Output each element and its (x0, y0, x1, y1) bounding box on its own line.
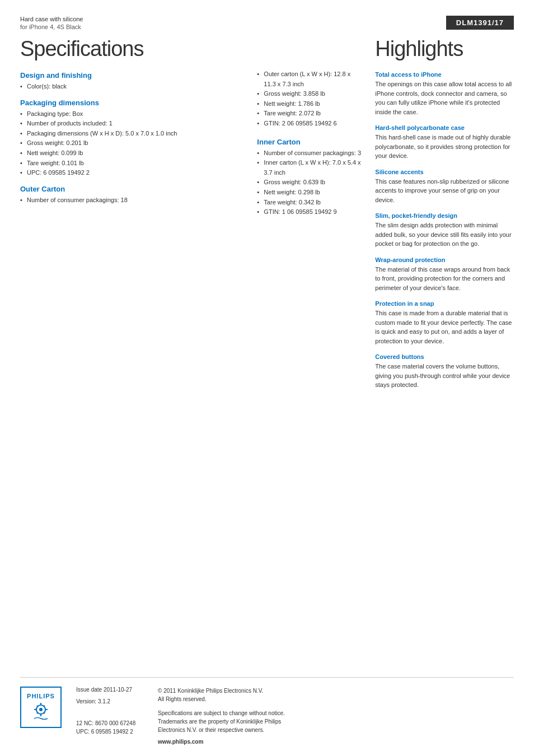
list-item: Tare weight: 0.342 lb (257, 198, 364, 208)
highlights-column: Highlights Total access to iPhone The op… (375, 35, 514, 398)
highlight-title: Covered buttons (375, 353, 514, 360)
inner-carton-heading: Inner Carton (257, 138, 364, 146)
list-item: Number of products included: 1 (20, 119, 243, 129)
packaging-dimensions-heading: Packaging dimensions (20, 99, 243, 107)
list-item: Gross weight: 0.639 lb (257, 178, 364, 188)
svg-point-8 (37, 712, 39, 714)
highlight-title: Slim, pocket-friendly design (375, 212, 514, 219)
design-finishing-heading: Design and finishing (20, 71, 243, 80)
footer-col3: © 2011 Koninklijke Philips Electronics N… (158, 687, 514, 745)
philips-logo-text: PHILIPS (27, 693, 55, 699)
list-item: GTIN: 1 06 09585 19492 9 (257, 207, 364, 217)
highlight-title: Hard-shell polycarbonate case (375, 124, 514, 131)
right-main: Outer carton (L x W x H): 12.8 x 11.3 x … (257, 35, 514, 398)
highlight-text: The openings on this case allow total ac… (375, 80, 514, 116)
list-item: Tare weight: 2.072 lb (257, 109, 364, 119)
list-item: Number of consumer packagings: 18 (20, 195, 243, 206)
list-item: Color(s): black (20, 82, 243, 92)
inner-carton-list: Number of consumer packagings: 3 Inner c… (257, 148, 364, 217)
footer-info: Issue date 2011-10-27 Version: 3.1.2 12 … (76, 687, 514, 745)
highlight-text: The case material covers the volume butt… (375, 362, 514, 390)
specs-col2: Outer carton (L x W x H): 12.8 x 11.3 x … (257, 35, 375, 398)
highlight-text: The material of this case wraps around f… (375, 265, 514, 293)
disclaimer: Specifications are subject to change wit… (158, 709, 514, 734)
philips-shield-icon (30, 702, 52, 722)
list-item: Gross weight: 3.858 lb (257, 89, 364, 99)
highlight-item-1: Hard-shell polycarbonate case This hard-… (375, 124, 514, 161)
svg-point-6 (37, 706, 39, 707)
nc-upc: 12 NC: 8670 000 67248 UPC: 6 09585 19492… (76, 719, 149, 736)
svg-point-7 (44, 706, 45, 707)
highlight-text: This case features non-slip rubberized o… (375, 177, 514, 205)
footer-col1: Issue date 2011-10-27 Version: 3.1.2 12 … (76, 687, 149, 745)
highlight-text: This case is made from a durable materia… (375, 309, 514, 346)
page: DLM1391/17 Hard case with silicone for i… (0, 0, 534, 756)
footer: PHILIPS (20, 677, 514, 745)
design-finishing-list: Color(s): black (20, 82, 243, 92)
outer-carton-heading: Outer Carton (20, 185, 243, 193)
highlights-heading: Highlights (375, 37, 514, 61)
highlight-title: Total access to iPhone (375, 71, 514, 78)
highlight-text: The slim design adds protection with min… (375, 221, 514, 249)
highlight-title: Wrap-around protection (375, 256, 514, 263)
highlight-item-2: Silicone accents This case features non-… (375, 169, 514, 205)
list-item: Packaging dimensions (W x H x D): 5.0 x … (20, 129, 243, 139)
product-subtitle: for iPhone 4, 4S Black (20, 24, 514, 30)
list-item: Nett weight: 1.786 lb (257, 99, 364, 109)
main-content: Specifications Design and finishing Colo… (20, 35, 514, 398)
outer-carton-col2-list: Outer carton (L x W x H): 12.8 x 11.3 x … (257, 69, 364, 129)
highlight-item-0: Total access to iPhone The openings on t… (375, 71, 514, 116)
highlight-item-4: Wrap-around protection The material of t… (375, 256, 514, 293)
outer-carton-list: Number of consumer packagings: 18 (20, 195, 243, 206)
svg-point-1 (39, 708, 43, 711)
list-item: Gross weight: 0.201 lb (20, 138, 243, 148)
issue-date: Issue date 2011-10-27 (76, 687, 149, 693)
version: Version: 3.1.2 (76, 698, 149, 704)
right-top: Outer carton (L x W x H): 12.8 x 11.3 x … (257, 35, 514, 398)
list-item: UPC: 6 09585 19492 2 (20, 168, 243, 178)
copyright: © 2011 Koninklijke Philips Electronics N… (158, 687, 514, 703)
model-badge: DLM1391/17 (446, 16, 514, 30)
highlight-item-5: Protection in a snap This case is made f… (375, 300, 514, 346)
list-item: Inner carton (L x W x H): 7.0 x 5.4 x 3.… (257, 158, 364, 178)
list-item: Outer carton (L x W x H): 12.8 x 11.3 x … (257, 69, 364, 89)
footer-logo: PHILIPS (20, 687, 65, 728)
specs-heading: Specifications (20, 37, 243, 61)
philips-logo-box: PHILIPS (20, 687, 62, 728)
highlight-title: Silicone accents (375, 169, 514, 175)
highlight-text: This hard-shell case is made out of high… (375, 133, 514, 161)
specs-column: Specifications Design and finishing Colo… (20, 35, 257, 398)
list-item: Tare weight: 0.101 lb (20, 158, 243, 169)
highlight-title: Protection in a snap (375, 300, 514, 307)
svg-point-9 (44, 712, 45, 714)
list-item: Packaging type: Box (20, 109, 243, 119)
product-title: Hard case with silicone (20, 16, 514, 22)
website: www.philips.com (158, 739, 514, 745)
list-item: GTIN: 2 06 09585 19492 6 (257, 119, 364, 129)
list-item: Nett weight: 0.298 lb (257, 188, 364, 198)
list-item: Nett weight: 0.099 lb (20, 148, 243, 158)
packaging-dimensions-list: Packaging type: Box Number of products i… (20, 109, 243, 178)
model-number: DLM1391/17 (456, 18, 504, 27)
highlight-item-3: Slim, pocket-friendly design The slim de… (375, 212, 514, 249)
highlight-item-6: Covered buttons The case material covers… (375, 353, 514, 390)
list-item: Number of consumer packagings: 3 (257, 148, 364, 158)
